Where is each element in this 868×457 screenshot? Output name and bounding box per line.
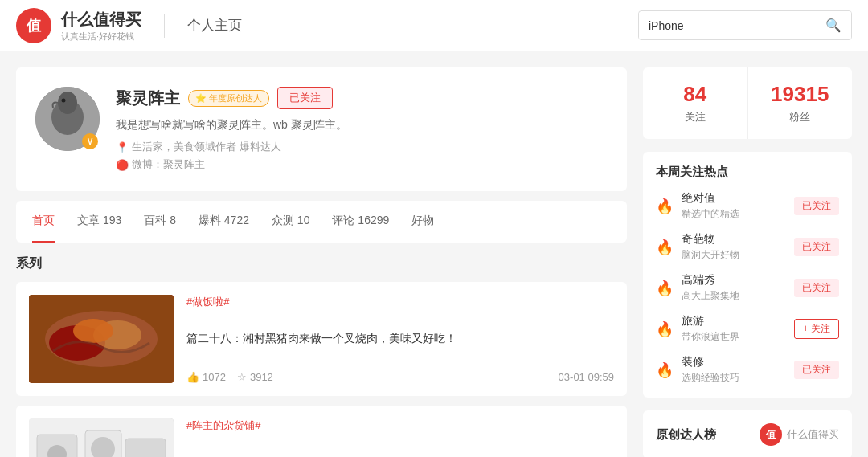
hot-left-3: 🔥 高端秀 高大上聚集地 xyxy=(656,273,739,303)
post-date-1: 03-01 09:59 xyxy=(559,371,614,383)
left-column: V 聚灵阵主 ⭐ 年度原创达人 已关注 我是想写啥就写啥的聚灵阵主。wb 聚灵阵… xyxy=(16,67,627,457)
hot-left-5: 🔥 装修 选购经验技巧 xyxy=(656,355,739,385)
follow-button[interactable]: 已关注 xyxy=(277,87,333,109)
hot-desc-4: 带你浪遍世界 xyxy=(682,330,739,344)
tab-baike[interactable]: 百科 8 xyxy=(144,201,176,243)
stat-followers[interactable]: 19315 粉丝 xyxy=(748,67,853,139)
thumbup-icon: 👍 xyxy=(186,371,199,383)
hot-left-1: 🔥 绝对值 精选中的精选 xyxy=(656,191,739,221)
stat-following[interactable]: 84 关注 xyxy=(643,67,748,139)
meta-item-weibo: 🔴 微博：聚灵阵主 xyxy=(116,157,608,172)
creator-section: 原创达人榜 值 什么值得买 xyxy=(643,410,852,457)
weibo-icon: 🔴 xyxy=(116,159,129,171)
hot-item-1: 🔥 绝对值 精选中的精选 已关注 xyxy=(656,191,839,221)
hot-section: 本周关注热点 🔥 绝对值 精选中的精选 已关注 🔥 奇葩物 脑洞 xyxy=(643,152,852,398)
svg-point-3 xyxy=(62,99,66,103)
svg-point-8 xyxy=(73,319,113,343)
fire-icon-1: 🔥 xyxy=(656,198,674,215)
logo-title: 什么值得买 xyxy=(61,9,141,31)
fire-icon-3: 🔥 xyxy=(656,280,674,297)
search-input[interactable] xyxy=(639,13,816,39)
post-likes-1: 👍 1072 xyxy=(186,371,226,383)
search-button[interactable]: 🔍 xyxy=(816,11,851,39)
creator-logo-text: 什么值得买 xyxy=(787,427,839,442)
post-card-1: #做饭啦# 篇二十八：湘村黑猪肉来做一个叉烧肉，美味又好吃！ 👍 1072 ☆ … xyxy=(16,282,627,396)
hot-item-2: 🔥 奇葩物 脑洞大开好物 已关注 xyxy=(656,232,839,262)
header: 值 什么值得买 认真生活·好好花钱 个人主页 🔍 xyxy=(0,0,868,51)
meta-tags-text: 生活家，美食领域作者 爆料达人 xyxy=(132,140,281,154)
original-badge-label: 年度原创达人 xyxy=(209,92,262,104)
hot-section-title: 本周关注热点 xyxy=(656,165,839,180)
creator-logo-icon: 值 xyxy=(760,423,782,446)
hot-follow-btn-2[interactable]: 已关注 xyxy=(794,238,839,256)
hot-left-4: 🔥 旅游 带你浪遍世界 xyxy=(656,314,739,344)
post-thumbnail-2[interactable] xyxy=(29,418,174,457)
hot-name-3: 高端秀 xyxy=(682,273,739,288)
followers-label: 粉丝 xyxy=(756,110,845,124)
profile-name: 聚灵阵主 xyxy=(116,88,180,109)
nav-tabs: 首页 文章 193 百科 8 爆料 4722 众测 10 评论 16299 好物 xyxy=(16,201,627,243)
meta-weibo-text: 微博：聚灵阵主 xyxy=(132,157,205,172)
logo-area: 值 什么值得买 认真生活·好好花钱 个人主页 xyxy=(16,8,242,43)
avatar-vip-badge: V xyxy=(82,133,98,149)
post-card-2: #阵主的杂货铺# 篇六：来自百科的爱，值得买定制礼盒小晒 xyxy=(16,406,627,457)
hot-info-3: 高端秀 高大上聚集地 xyxy=(682,273,739,303)
post-thumbnail-1[interactable] xyxy=(29,295,174,383)
hot-desc-3: 高大上聚集地 xyxy=(682,289,739,303)
hot-follow-btn-4[interactable]: + 关注 xyxy=(794,319,839,339)
tab-home[interactable]: 首页 xyxy=(32,201,55,243)
post-series-1: #做饭啦# xyxy=(186,295,614,309)
following-label: 关注 xyxy=(651,110,739,124)
avatar-wrap: V xyxy=(35,87,100,151)
hot-item-5: 🔥 装修 选购经验技巧 已关注 xyxy=(656,355,839,385)
hot-follow-btn-1[interactable]: 已关注 xyxy=(794,197,839,215)
hot-name-1: 绝对值 xyxy=(682,191,739,206)
profile-info: 聚灵阵主 ⭐ 年度原创达人 已关注 我是想写啥就写啥的聚灵阵主。wb 聚灵阵主。… xyxy=(116,87,608,172)
hot-follow-btn-5[interactable]: 已关注 xyxy=(794,361,839,379)
logo-subtitle: 认真生活·好好花钱 xyxy=(61,31,141,43)
fire-icon-5: 🔥 xyxy=(656,361,674,379)
post-content-2: #阵主的杂货铺# 篇六：来自百科的爱，值得买定制礼盒小晒 xyxy=(186,418,614,457)
tab-baoliao[interactable]: 爆料 4722 xyxy=(199,201,249,243)
followers-count: 19315 xyxy=(756,82,845,107)
main-container: V 聚灵阵主 ⭐ 年度原创达人 已关注 我是想写啥就写啥的聚灵阵主。wb 聚灵阵… xyxy=(0,51,868,457)
hot-info-4: 旅游 带你浪遍世界 xyxy=(682,314,739,344)
fire-icon-2: 🔥 xyxy=(656,239,674,256)
hot-item-4: 🔥 旅游 带你浪遍世界 + 关注 xyxy=(656,314,839,344)
tab-articles[interactable]: 文章 193 xyxy=(77,201,121,243)
post-stars-1: ☆ 3912 xyxy=(237,371,273,383)
hot-name-2: 奇葩物 xyxy=(682,232,739,247)
hot-item-3: 🔥 高端秀 高大上聚集地 已关注 xyxy=(656,273,839,303)
svg-point-2 xyxy=(58,92,77,114)
profile-bio: 我是想写啥就写啥的聚灵阵主。wb 聚灵阵主。 xyxy=(116,116,608,133)
post-footer-1: 👍 1072 ☆ 3912 03-01 09:59 xyxy=(186,371,614,383)
hot-desc-2: 脑洞大开好物 xyxy=(682,248,739,262)
hot-name-4: 旅游 xyxy=(682,314,739,328)
logo-icon: 值 xyxy=(16,8,51,43)
hot-name-5: 装修 xyxy=(682,355,739,369)
post-content-1: #做饭啦# 篇二十八：湘村黑猪肉来做一个叉烧肉，美味又好吃！ 👍 1072 ☆ … xyxy=(186,295,614,383)
logo-text-block: 什么值得买 认真生活·好好花钱 xyxy=(61,9,141,43)
post-series-2: #阵主的杂货铺# xyxy=(186,418,614,433)
tab-zhongce[interactable]: 众测 10 xyxy=(272,201,309,243)
series-section-title: 系列 xyxy=(16,255,627,272)
following-count: 84 xyxy=(651,82,739,107)
tab-haowu[interactable]: 好物 xyxy=(411,201,434,243)
original-badge: ⭐ 年度原创达人 xyxy=(188,90,269,107)
hot-left-2: 🔥 奇葩物 脑洞大开好物 xyxy=(656,232,739,262)
post-title-1: 篇二十八：湘村黑猪肉来做一个叉烧肉，美味又好吃！ xyxy=(186,330,614,347)
profile-card: V 聚灵阵主 ⭐ 年度原创达人 已关注 我是想写啥就写啥的聚灵阵主。wb 聚灵阵… xyxy=(16,67,627,191)
fire-icon-4: 🔥 xyxy=(656,320,674,338)
profile-name-row: 聚灵阵主 ⭐ 年度原创达人 已关注 xyxy=(116,87,608,109)
star-icon-post: ☆ xyxy=(237,371,247,383)
hot-info-5: 装修 选购经验技巧 xyxy=(682,355,739,385)
tab-comments[interactable]: 评论 16299 xyxy=(332,201,389,243)
stats-row: 84 关注 19315 粉丝 xyxy=(643,67,852,139)
creator-logo: 值 什么值得买 xyxy=(760,423,839,446)
hot-follow-btn-3[interactable]: 已关注 xyxy=(794,279,839,297)
meta-item-tags: 📍 生活家，美食领域作者 爆料达人 xyxy=(116,140,608,154)
hot-desc-5: 选购经验技巧 xyxy=(682,371,739,385)
hot-info-1: 绝对值 精选中的精选 xyxy=(682,191,739,221)
svg-rect-12 xyxy=(125,439,166,457)
star-icon: ⭐ xyxy=(195,93,207,104)
